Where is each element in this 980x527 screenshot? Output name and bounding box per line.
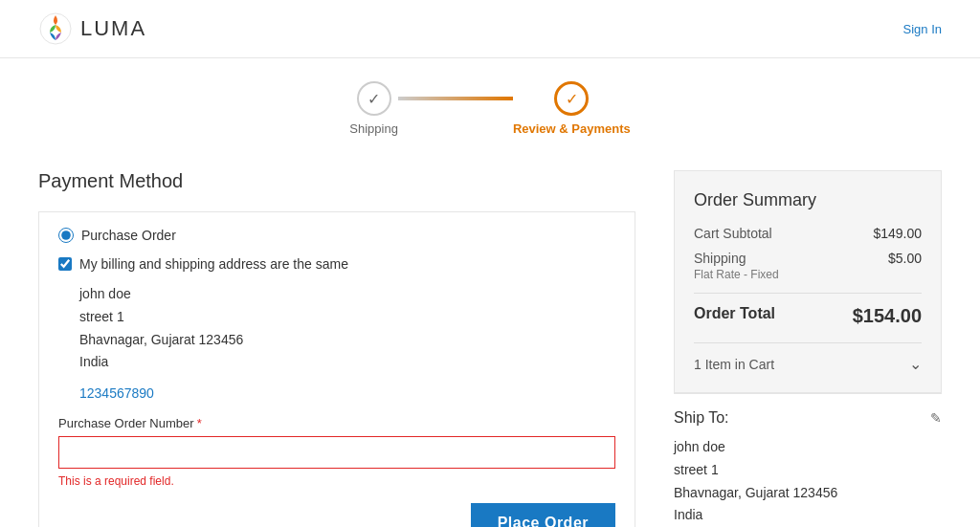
step-shipping-circle: ✓ [357,81,391,116]
logo: LUMA [38,11,146,46]
billing-phone: 1234567890 [79,385,615,401]
step-review-circle: ✓ [554,81,589,116]
ship-to-title: Ship To: [674,409,729,427]
purchase-order-radio[interactable] [58,228,74,243]
progress-bar: ✓ Shipping ✓ Review & Payments [0,58,980,151]
billing-address-block: john doe street 1 Bhavnagar, Gujarat 123… [79,283,615,374]
cart-subtotal-row: Cart Subtotal $149.00 [694,226,922,241]
cart-subtotal-label: Cart Subtotal [694,226,772,241]
luma-logo-icon [38,11,73,46]
payment-method-title: Payment Method [38,170,635,192]
ship-to-edit-icon[interactable]: ✎ [930,410,942,426]
sign-in-link[interactable]: Sign In [903,22,942,36]
purchase-order-radio-row: Purchase Order [58,228,615,243]
billing-address-name: john doe [79,283,615,306]
ship-to-city: Bhavnagar, Gujarat 123456 [674,482,942,505]
header: LUMA Sign In [0,0,980,58]
billing-address-country: India [79,351,615,374]
po-number-label: Purchase Order Number* [58,416,615,430]
order-summary-title: Order Summary [694,190,922,210]
order-total-label: Order Total [694,305,775,327]
ship-to-header: Ship To: ✎ [674,409,942,427]
place-order-button[interactable]: Place Order [471,503,615,527]
ship-to-country: India [674,504,942,527]
purchase-order-section: Purchase Order My billing and shipping a… [38,211,635,527]
step-review: ✓ Review & Payments [513,81,631,136]
summary-divider [694,293,922,294]
po-number-field-group: Purchase Order Number* This is a require… [58,416,615,488]
ship-to-street: street 1 [674,459,942,482]
progress-line [398,97,513,100]
step-shipping: ✓ Shipping [349,81,398,136]
shipping-label: Shipping [694,251,779,266]
logo-text: LUMA [80,16,146,41]
item-cart-chevron-icon: ⌄ [909,355,922,373]
cart-subtotal-value: $149.00 [873,226,922,241]
main-content: Payment Method Purchase Order My billing… [0,151,980,527]
order-summary-box: Order Summary Cart Subtotal $149.00 Ship… [674,170,942,393]
ship-to-address: john doe street 1 Bhavnagar, Gujarat 123… [674,436,942,527]
billing-checkbox-label: My billing and shipping address are the … [79,256,348,272]
shipping-row: Shipping Flat Rate - Fixed $5.00 [694,251,922,281]
required-star: * [197,416,202,430]
order-total-value: $154.00 [853,305,922,327]
order-total-row: Order Total $154.00 [694,305,922,327]
shipping-sub-label: Flat Rate - Fixed [694,268,779,281]
required-field-message: This is a required field. [58,474,615,488]
billing-same-checkbox[interactable] [58,257,72,271]
step-shipping-label: Shipping [349,121,398,136]
ship-to-name: john doe [674,436,942,459]
item-cart-row[interactable]: 1 Item in Cart ⌄ [694,342,922,373]
item-cart-label: 1 Item in Cart [694,357,774,372]
place-order-row: Place Order [58,503,615,527]
shipping-value: $5.00 [888,251,922,266]
po-number-input[interactable] [58,436,615,469]
left-column: Payment Method Purchase Order My billing… [38,170,635,527]
right-column: Order Summary Cart Subtotal $149.00 Ship… [674,170,942,527]
billing-checkbox-row: My billing and shipping address are the … [58,256,615,272]
billing-address-city: Bhavnagar, Gujarat 123456 [79,329,615,352]
ship-to-section: Ship To: ✎ john doe street 1 Bhavnagar, … [674,393,942,527]
billing-address-street: street 1 [79,306,615,329]
step-review-label: Review & Payments [513,121,631,136]
purchase-order-label: Purchase Order [81,228,176,243]
